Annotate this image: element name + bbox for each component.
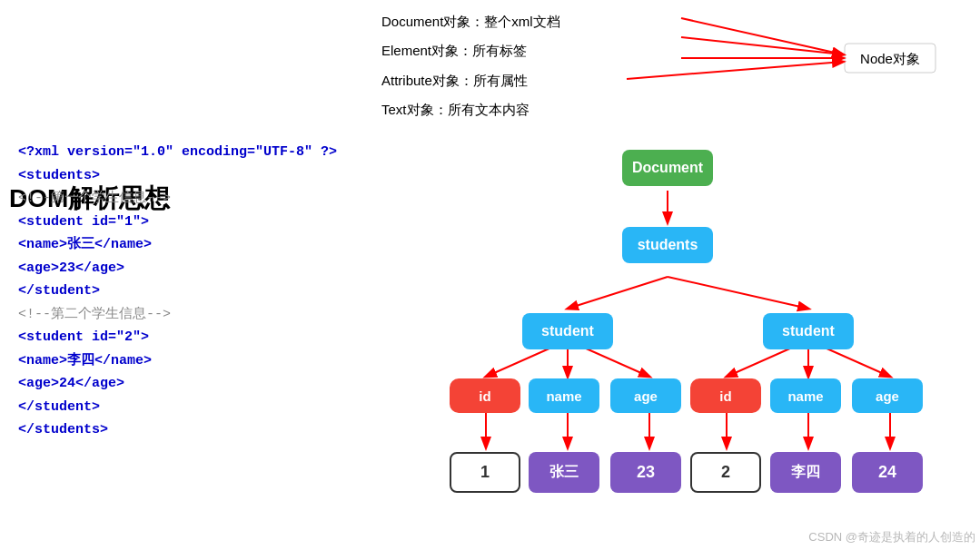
- code-line-10: <name>李四</name>: [18, 353, 152, 368]
- watermark: CSDN @奇迹是执着的人创造的: [808, 529, 975, 545]
- node-id1: id: [450, 378, 520, 413]
- node-val-2: 2: [690, 452, 761, 493]
- svg-line-5: [627, 62, 843, 79]
- code-line-9: <student id="2">: [18, 329, 149, 345]
- code-line-1: <?xml version="1.0" encoding="UTF-8" ?>: [18, 141, 337, 164]
- code-block: <?xml version="1.0" encoding="UTF-8" ?> …: [18, 141, 337, 442]
- tree-diagram: Document students student student id nam…: [427, 141, 963, 540]
- svg-line-2: [681, 18, 843, 54]
- node-name1: name: [529, 378, 599, 413]
- node-val-lisi: 李四: [770, 452, 841, 493]
- node-val-24: 24: [852, 452, 923, 493]
- node-id2: id: [690, 378, 761, 413]
- code-line-12: </student>: [18, 399, 100, 415]
- desc-line-4: Text对象：所有文本内容: [381, 95, 560, 124]
- code-line-11: <age>24</age>: [18, 376, 124, 391]
- svg-line-8: [668, 277, 808, 309]
- code-line-13: </students>: [18, 422, 108, 437]
- node-val-23: 23: [610, 452, 681, 493]
- svg-text:Node对象: Node对象: [860, 51, 920, 66]
- node-val-zhangsan: 张三: [529, 452, 599, 493]
- node-age1: age: [610, 378, 681, 413]
- svg-line-3: [681, 37, 843, 54]
- node-student1: student: [522, 313, 613, 349]
- code-line-6: <age>23</age>: [18, 260, 124, 276]
- desc-arrows-svg: Node对象: [381, 7, 972, 93]
- code-line-2: <students>: [18, 168, 100, 183]
- code-line-3: <!--第一个学生信息-->: [18, 191, 171, 206]
- node-name2: name: [770, 378, 841, 413]
- node-val-1: 1: [450, 452, 520, 493]
- code-line-8: <!--第二个学生信息-->: [18, 307, 171, 322]
- node-students: students: [622, 227, 713, 263]
- code-line-4: <student id="1">: [18, 214, 149, 230]
- svg-line-7: [568, 277, 668, 309]
- node-student2: student: [763, 313, 854, 349]
- code-line-7: </student>: [18, 283, 100, 299]
- code-line-5: <name>张三</name>: [18, 237, 152, 252]
- node-age2: age: [852, 378, 923, 413]
- node-document: Document: [622, 150, 713, 186]
- page: Document对象：整个xml文档 Element对象：所有标签 Attrib…: [0, 0, 980, 550]
